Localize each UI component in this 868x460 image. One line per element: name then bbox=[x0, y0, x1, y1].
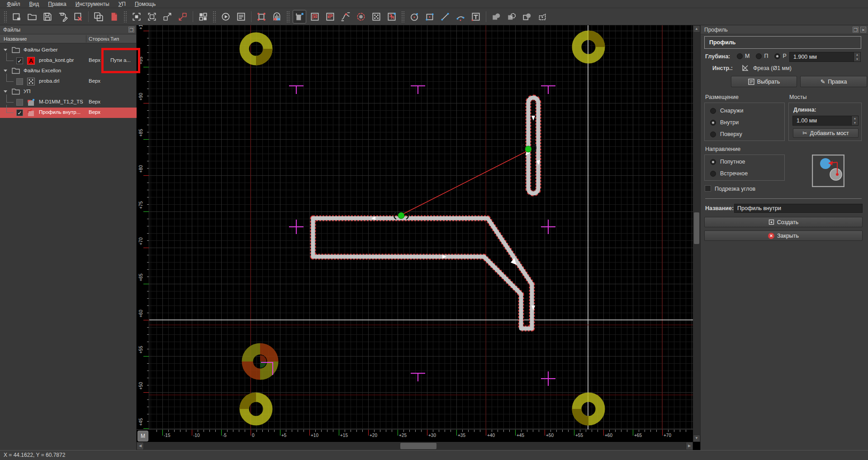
menu-item-3[interactable]: Инструменты bbox=[71, 0, 114, 8]
tree-connector bbox=[6, 74, 14, 82]
tile-view-button[interactable] bbox=[196, 10, 210, 23]
milling-path-slot bbox=[528, 98, 538, 193]
tree-folder-row[interactable]: УП bbox=[0, 87, 137, 97]
boolean-intersect-button[interactable] bbox=[520, 10, 534, 23]
x-ruler-label: +50 bbox=[546, 433, 554, 438]
scroll-right-icon[interactable]: ▶ bbox=[686, 442, 693, 450]
save-as-button[interactable] bbox=[56, 10, 70, 23]
spline-tool-button[interactable] bbox=[339, 10, 352, 23]
menu-item-5[interactable]: Помощь bbox=[131, 0, 160, 8]
drill-circle-button[interactable] bbox=[354, 10, 368, 23]
panel-float-icon[interactable]: ❐ bbox=[128, 27, 134, 33]
save-all-button[interactable] bbox=[92, 10, 105, 23]
run-job-button[interactable] bbox=[219, 10, 232, 23]
menu-item-4[interactable]: УП bbox=[114, 0, 130, 8]
close-button[interactable]: ✕ Закрыть bbox=[704, 230, 863, 241]
boolean-subtract-button[interactable] bbox=[505, 10, 518, 23]
menu-item-0[interactable]: Файл bbox=[3, 0, 24, 8]
depth-mode-option[interactable]: М bbox=[737, 53, 749, 59]
panel-close-icon[interactable]: ✕ bbox=[860, 27, 866, 33]
bridge-length-spinner[interactable]: 1.00 мм ▲▼ bbox=[792, 116, 859, 126]
rect-primitive-button[interactable] bbox=[423, 10, 436, 23]
panel-float-icon[interactable]: ❐ bbox=[853, 27, 859, 33]
scroll-down-icon[interactable]: ▼ bbox=[693, 435, 700, 442]
close-file-button[interactable] bbox=[71, 10, 85, 23]
visibility-checkbox[interactable] bbox=[16, 99, 23, 106]
menu-item-2[interactable]: Правка bbox=[44, 0, 71, 8]
depth-value-spinner[interactable]: 1.900 мм ▲▼ bbox=[789, 52, 861, 62]
radio-icon[interactable] bbox=[710, 120, 716, 126]
text-primitive-button[interactable] bbox=[469, 10, 483, 23]
radio-icon[interactable] bbox=[774, 53, 780, 59]
horizontal-scrollbar[interactable]: ◀ ▶ bbox=[137, 442, 693, 450]
radio-option[interactable]: Внутри bbox=[710, 119, 739, 126]
create-button[interactable]: Создать bbox=[704, 217, 863, 227]
open-file-button[interactable] bbox=[25, 10, 39, 23]
radio-option[interactable]: Попутное bbox=[710, 159, 745, 165]
line-primitive-button[interactable] bbox=[438, 10, 452, 23]
new-file-button[interactable] bbox=[10, 10, 24, 23]
spinner-arrows-icon[interactable]: ▲▼ bbox=[854, 52, 860, 61]
tree-file-row[interactable]: proba.drlВерх bbox=[0, 76, 137, 87]
toolbar-grip bbox=[213, 11, 216, 23]
arc-primitive-button[interactable] bbox=[454, 10, 467, 23]
drill-tool-button[interactable] bbox=[270, 10, 284, 23]
corner-trim-checkbox[interactable] bbox=[705, 185, 711, 192]
add-bridge-button[interactable]: ✂ Добавить мост bbox=[793, 128, 859, 138]
export-gerber-button[interactable] bbox=[107, 10, 121, 23]
expand-arrow-icon[interactable] bbox=[4, 90, 7, 93]
vertical-scrollbar[interactable]: ▲ ▼ bbox=[693, 25, 700, 442]
pocket-tool-button[interactable] bbox=[308, 10, 322, 23]
radio-icon[interactable] bbox=[756, 53, 762, 59]
expand-arrow-icon[interactable] bbox=[4, 49, 7, 51]
zoom-selection-button[interactable] bbox=[145, 10, 159, 23]
radio-icon[interactable] bbox=[710, 108, 716, 114]
radio-icon[interactable] bbox=[737, 53, 743, 59]
edit-tool-button[interactable]: ✎ Правка bbox=[800, 76, 867, 87]
fiducial-crosses bbox=[261, 86, 555, 386]
spinner-arrows-icon[interactable]: ▲▼ bbox=[851, 116, 858, 125]
radio-icon[interactable] bbox=[710, 171, 716, 177]
scroll-left-icon[interactable]: ◀ bbox=[137, 442, 144, 450]
holes-pattern-button[interactable] bbox=[370, 10, 383, 23]
overlap-donut bbox=[247, 349, 273, 374]
tree-file-row[interactable]: M-D1MM_T1,2_TSВерх bbox=[0, 97, 137, 108]
drillfile-icon bbox=[27, 78, 35, 85]
job-report-button[interactable] bbox=[234, 10, 248, 23]
radio-icon[interactable] bbox=[710, 159, 716, 165]
panelize-button[interactable] bbox=[385, 10, 398, 23]
visibility-checkbox[interactable] bbox=[16, 78, 23, 85]
radio-icon[interactable] bbox=[710, 131, 716, 137]
circle-primitive-button[interactable] bbox=[408, 10, 421, 23]
hatch-tool-button[interactable] bbox=[323, 10, 337, 23]
zoom-in-button[interactable] bbox=[176, 10, 190, 23]
boolean-outline-button[interactable] bbox=[536, 10, 549, 23]
units-button[interactable]: M bbox=[138, 431, 148, 441]
radio-option[interactable]: Снаружи bbox=[710, 108, 743, 114]
expand-arrow-icon[interactable] bbox=[4, 70, 7, 72]
menu-item-1[interactable]: Вид bbox=[25, 0, 43, 8]
profile-name-input[interactable]: Профиль внутри bbox=[734, 204, 863, 213]
hscroll-thumb[interactable] bbox=[400, 443, 436, 449]
scroll-up-icon[interactable]: ▲ bbox=[693, 25, 700, 33]
boolean-union-button[interactable] bbox=[489, 10, 503, 23]
depth-mode-option[interactable]: П bbox=[756, 53, 768, 59]
bridge-length-label: Длинна: bbox=[793, 107, 816, 113]
radio-option[interactable]: Встречное bbox=[710, 170, 748, 177]
zoom-fit-button[interactable] bbox=[130, 10, 143, 23]
depth-mode-option[interactable]: Р bbox=[774, 53, 786, 59]
canvas-viewport[interactable] bbox=[149, 25, 693, 429]
save-file-button[interactable] bbox=[41, 10, 54, 23]
select-tool-button[interactable]: Выбрать bbox=[731, 76, 797, 87]
file-side: Верх bbox=[89, 57, 100, 63]
tree-file-row[interactable]: ✓Профиль внутр...Верх bbox=[0, 108, 137, 118]
file-side: Верх bbox=[89, 109, 100, 115]
radio-option[interactable]: Поверху bbox=[710, 131, 742, 137]
board-frame-button[interactable] bbox=[255, 10, 268, 23]
visibility-checkbox[interactable]: ✓ bbox=[16, 57, 23, 64]
vscroll-thumb[interactable] bbox=[694, 212, 699, 244]
zoom-out-button[interactable] bbox=[161, 10, 174, 23]
visibility-checkbox[interactable]: ✓ bbox=[16, 109, 23, 116]
profile-tool-button[interactable] bbox=[293, 10, 306, 23]
corner-trim-label: Подрезка углов bbox=[715, 186, 755, 192]
